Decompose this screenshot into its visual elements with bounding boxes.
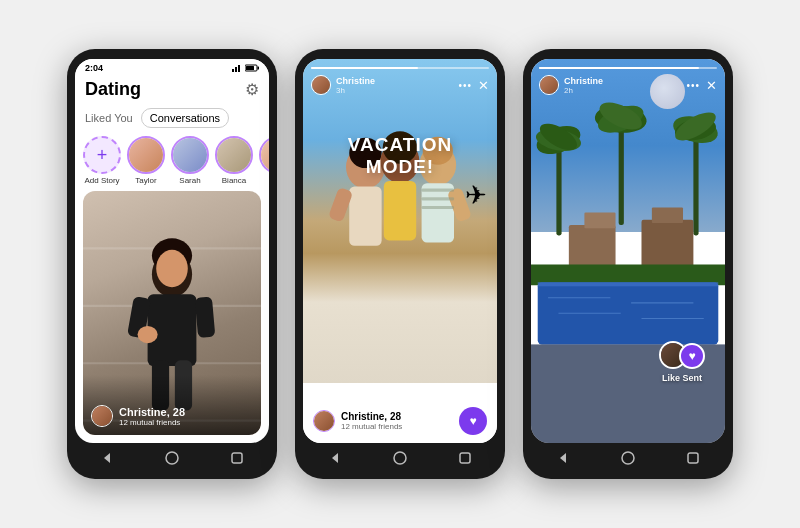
dating-header: Dating ⚙ — [75, 75, 269, 106]
close-btn-2[interactable]: ✕ — [478, 78, 489, 93]
story-user-avatar-3 — [539, 75, 559, 95]
status-bar-1: 2:04 — [75, 59, 269, 75]
heart-icon-2: ♥ — [469, 414, 476, 428]
square-nav-btn[interactable] — [228, 449, 246, 467]
phone2-story-screen: Christine 3h ••• ✕ VACATION MODE! ✈ — [303, 59, 497, 443]
add-story-btn[interactable]: + — [83, 136, 121, 174]
battery-icon — [245, 64, 259, 72]
like-sent-label: Like Sent — [662, 373, 702, 383]
story-bottom-mutual-2: 12 mutual friends — [341, 422, 402, 431]
bianca-avatar — [215, 136, 253, 174]
story-text-container: VACATION MODE! ✈ — [313, 134, 488, 211]
story-time-3: 2h — [564, 86, 603, 95]
home-circle-icon-3 — [620, 450, 636, 466]
christine-mini-avatar — [91, 405, 113, 427]
taylor-avatar — [127, 136, 165, 174]
back-arrow-icon-3 — [556, 451, 570, 465]
svg-marker-36 — [332, 453, 338, 463]
profile-card[interactable]: Christine, 28 12 mutual friends — [83, 191, 261, 435]
svg-point-37 — [394, 452, 406, 464]
progress-bar-2 — [311, 67, 489, 69]
story-bottom-text-2: Christine, 28 12 mutual friends — [341, 411, 402, 431]
phone2-nav-bar — [303, 443, 497, 469]
like-heart-symbol: ♥ — [688, 349, 695, 363]
svg-rect-17 — [195, 297, 216, 339]
phone-1: 2:04 Dating ⚙ Liked You Conv — [67, 49, 277, 479]
square-icon-2 — [458, 451, 472, 465]
phone1-screen: 2:04 Dating ⚙ Liked You Conv — [75, 59, 269, 443]
svg-point-64 — [622, 452, 634, 464]
back-nav-btn-3[interactable] — [554, 449, 572, 467]
story3-overlay: Christine 2h ••• ✕ — [531, 59, 725, 443]
profile-mutual: 12 mutual friends — [119, 418, 185, 427]
sp-avatar — [259, 136, 269, 174]
airplane-emoji: ✈ — [313, 180, 488, 211]
phone3-story-screen: Christine 2h ••• ✕ — [531, 59, 725, 443]
story-user-avatar-2 — [311, 75, 331, 95]
story-taylor[interactable]: Taylor — [127, 136, 165, 185]
phone2-screen: Christine 3h ••• ✕ VACATION MODE! ✈ — [303, 59, 497, 443]
story-username-3: Christine — [564, 76, 603, 86]
home-circle-icon-2 — [392, 450, 408, 466]
back-nav-btn[interactable] — [98, 449, 116, 467]
svg-point-12 — [156, 250, 188, 287]
svg-rect-2 — [238, 65, 240, 72]
dots-menu-icon-3[interactable]: ••• — [686, 80, 700, 91]
dots-menu-icon-2[interactable]: ••• — [458, 80, 472, 91]
back-arrow-icon — [100, 451, 114, 465]
like-sent-overlay: ♥ Like Sent — [659, 341, 705, 383]
svg-rect-38 — [460, 453, 470, 463]
svg-marker-63 — [560, 453, 566, 463]
story-time-2: 3h — [336, 86, 375, 95]
home-nav-btn-3[interactable] — [619, 449, 637, 467]
time-display: 2:04 — [85, 63, 103, 73]
square-nav-btn-2[interactable] — [456, 449, 474, 467]
profile-text: Christine, 28 12 mutual friends — [119, 406, 185, 427]
story-icons-right-3: ••• ✕ — [686, 78, 717, 93]
square-icon-3 — [686, 451, 700, 465]
gear-icon[interactable]: ⚙ — [245, 80, 259, 99]
home-nav-btn-2[interactable] — [391, 449, 409, 467]
svg-rect-4 — [258, 67, 260, 70]
phone-2: Christine 3h ••• ✕ VACATION MODE! ✈ — [295, 49, 505, 479]
like-sent-heart-icon: ♥ — [679, 343, 705, 369]
back-arrow-icon-2 — [328, 451, 342, 465]
story-user-row-2: Christine 3h ••• ✕ — [311, 75, 489, 95]
story-user-left-2: Christine 3h — [311, 75, 375, 95]
tab-conversations[interactable]: Conversations — [141, 108, 229, 128]
story-username-2: Christine — [336, 76, 375, 86]
progress-bar-3 — [539, 67, 717, 69]
profile-name: Christine, 28 — [119, 406, 185, 418]
story-header-2: Christine 3h ••• ✕ — [303, 59, 497, 99]
story-bottom-name-2: Christine, 28 — [341, 411, 402, 422]
story-user-row-3: Christine 2h ••• ✕ — [539, 75, 717, 95]
svg-rect-21 — [232, 453, 242, 463]
story-bianca[interactable]: Bianca — [215, 136, 253, 185]
story-bottom-2: Christine, 28 12 mutual friends ♥ — [303, 399, 497, 443]
signal-icon — [232, 64, 242, 72]
story-user-info-3: Christine 2h — [564, 76, 603, 95]
phone1-nav-bar — [75, 443, 269, 469]
home-nav-btn[interactable] — [163, 449, 181, 467]
status-icons — [232, 64, 259, 72]
like-sent-avatars: ♥ — [659, 341, 705, 369]
add-story-label: Add Story — [84, 176, 119, 185]
heart-button-2[interactable]: ♥ — [459, 407, 487, 435]
bianca-label: Bianca — [222, 176, 246, 185]
svg-rect-0 — [232, 69, 234, 72]
home-circle-icon — [164, 450, 180, 466]
svg-point-20 — [166, 452, 178, 464]
back-nav-btn-2[interactable] — [326, 449, 344, 467]
story-header-3: Christine 2h ••• ✕ — [531, 59, 725, 99]
story-sarah[interactable]: Sarah — [171, 136, 209, 185]
story-user-left-3: Christine 2h — [539, 75, 603, 95]
square-nav-btn-3[interactable] — [684, 449, 702, 467]
story-vacation-text: VACATION MODE! — [313, 134, 488, 178]
story-sp[interactable]: Sp... — [259, 136, 269, 185]
story-icons-right-2: ••• ✕ — [458, 78, 489, 93]
tab-liked-you[interactable]: Liked You — [85, 109, 133, 127]
close-btn-3[interactable]: ✕ — [706, 78, 717, 93]
add-story-item[interactable]: + Add Story — [83, 136, 121, 185]
story-bottom-info-2: Christine, 28 12 mutual friends — [313, 410, 402, 432]
progress-fill-3 — [539, 67, 699, 69]
